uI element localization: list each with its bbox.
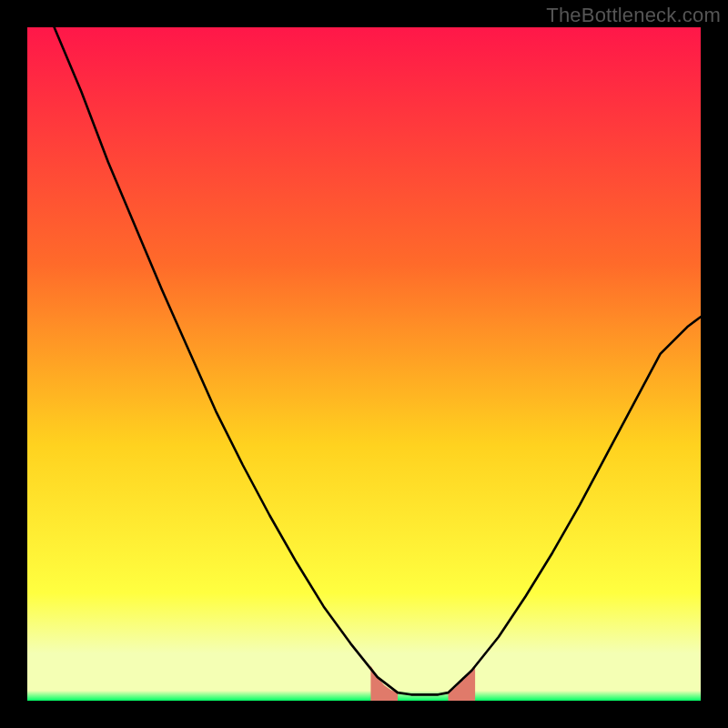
gradient-bg (27, 27, 701, 701)
chart-frame: TheBottleneck.com (0, 0, 728, 728)
bottleneck-curve-chart (27, 27, 701, 701)
watermark-text: TheBottleneck.com (546, 4, 721, 27)
